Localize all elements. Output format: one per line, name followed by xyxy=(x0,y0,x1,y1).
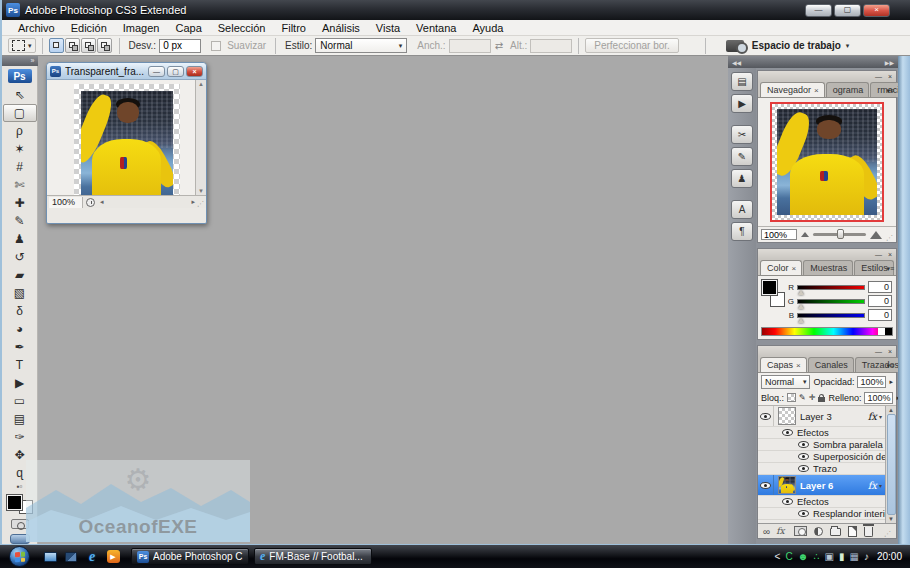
foreground-color-swatch[interactable] xyxy=(7,495,22,510)
navigator-view-box[interactable] xyxy=(770,102,884,222)
menu-edición[interactable]: Edición xyxy=(63,22,115,34)
scroll-left-icon[interactable]: ◂ xyxy=(100,198,104,206)
workspace-menu[interactable]: Espacio de trabajo ▾ xyxy=(752,40,849,51)
antialias-checkbox[interactable] xyxy=(211,41,221,51)
scroll-up-icon[interactable]: ▲ xyxy=(196,81,206,87)
tab-color[interactable]: Color× xyxy=(760,260,802,275)
panel-close-icon[interactable]: × xyxy=(888,348,892,355)
slider-thumb-icon[interactable] xyxy=(798,290,804,295)
opacity-input[interactable]: 100% xyxy=(857,376,886,388)
title-bar[interactable]: Ps Adobe Photoshop CS3 Extended — ▢ × xyxy=(2,0,910,20)
zoom-in-icon[interactable] xyxy=(870,231,882,239)
gradient-tool[interactable]: ▧ xyxy=(3,284,37,302)
eraser-tool[interactable]: ▰ xyxy=(3,266,37,284)
internet-explorer-button[interactable]: e xyxy=(84,549,100,564)
tab-navegador[interactable]: Navegador× xyxy=(760,82,825,97)
scroll-up-icon[interactable]: ▲ xyxy=(888,407,894,413)
menu-capa[interactable]: Capa xyxy=(167,22,209,34)
menu-archivo[interactable]: Archivo xyxy=(10,22,63,34)
type-tool[interactable]: T xyxy=(3,356,37,374)
effect-row[interactable]: Superposición de degr... xyxy=(758,451,885,463)
menu-análisis[interactable]: Análisis xyxy=(314,22,368,34)
zoom-tool[interactable]: ɋ xyxy=(3,464,37,482)
new-layer-icon[interactable] xyxy=(848,526,857,537)
zoom-level[interactable]: 100% xyxy=(49,197,83,208)
layer-row[interactable]: Layer 6fx▾ xyxy=(758,475,885,496)
lock-transparency-icon[interactable] xyxy=(787,393,796,403)
slice-tool[interactable]: ✄ xyxy=(3,176,37,194)
ps-logo-button[interactable]: Ps xyxy=(8,69,32,83)
start-button[interactable] xyxy=(9,546,30,567)
scroll-down-icon[interactable]: ▼ xyxy=(196,188,206,194)
scroll-right-icon[interactable]: ▸ xyxy=(191,198,195,206)
tab-histograma[interactable]: ograma xyxy=(826,82,870,97)
close-button[interactable]: × xyxy=(863,4,890,17)
history-brush-tool[interactable]: ↺ xyxy=(3,248,37,266)
tray-activity-icon[interactable]: ∴ xyxy=(813,552,819,562)
layer-visibility-toggle[interactable] xyxy=(796,439,810,450)
foreground-color-swatch[interactable] xyxy=(762,280,777,295)
zoom-out-icon[interactable] xyxy=(801,232,809,237)
maximize-button[interactable]: ▢ xyxy=(834,4,861,17)
document-title-bar[interactable]: Ps Transparent_fra... — ▢ × xyxy=(47,63,206,80)
vertical-scrollbar[interactable]: ▲▼ xyxy=(195,80,206,195)
effect-row[interactable]: Trazo xyxy=(758,463,885,475)
effect-row[interactable]: Efectos xyxy=(758,496,885,508)
effect-row[interactable]: Resplandor interior xyxy=(758,508,885,520)
channel-B-value[interactable]: 0 xyxy=(868,309,892,321)
tray-user-icon[interactable]: ☻ xyxy=(798,552,809,562)
document-close-button[interactable]: × xyxy=(186,66,203,77)
menu-filtro[interactable]: Filtro xyxy=(273,22,313,34)
menu-vista[interactable]: Vista xyxy=(368,22,408,34)
channel-R-value[interactable]: 0 xyxy=(868,281,892,293)
taskbar-button-browser[interactable]: eFM-Base // Footbal... xyxy=(254,548,372,565)
bridge-icon[interactable] xyxy=(726,40,744,52)
opacity-spinner-icon[interactable]: ▸ xyxy=(889,378,893,386)
taskbar-button-photoshop[interactable]: PsAdobe Photoshop C... xyxy=(131,548,249,565)
navigator-zoom-slider[interactable] xyxy=(813,233,866,236)
layer-style-fx-icon[interactable]: fx xyxy=(868,411,877,422)
tab-capas[interactable]: Capas× xyxy=(760,357,807,372)
tray-expand-icon[interactable]: < xyxy=(775,552,781,562)
fill-input[interactable]: 100% xyxy=(864,392,893,404)
default-colors-icon[interactable]: ▪▫ xyxy=(17,482,23,491)
tray-app-icon[interactable]: C xyxy=(785,552,792,562)
clone-stamp-tool[interactable]: ♟ xyxy=(3,230,37,248)
tray-network-icon[interactable]: ▦ xyxy=(850,552,859,562)
current-tool-preview[interactable]: ▾ xyxy=(8,38,36,53)
minimize-button[interactable]: — xyxy=(805,4,832,17)
layer-comps-panel-button[interactable]: ▤ xyxy=(731,72,753,91)
layer-row[interactable]: Layer 3fx▾ xyxy=(758,406,885,427)
new-selection-mode-button[interactable] xyxy=(49,38,64,53)
resize-grip-icon[interactable]: ⋰ xyxy=(884,530,891,538)
subtract-selection-mode-button[interactable] xyxy=(81,38,96,53)
canvas-area[interactable]: Ps Transparent_fra... — ▢ × xyxy=(38,56,728,544)
tool-presets-panel-button[interactable]: ✂ xyxy=(731,125,753,144)
tab-close-icon[interactable]: × xyxy=(792,264,797,273)
add-layer-mask-icon[interactable] xyxy=(794,526,807,536)
layer-visibility-toggle[interactable] xyxy=(758,406,774,426)
layer-visibility-toggle[interactable] xyxy=(796,508,810,519)
delete-layer-icon[interactable] xyxy=(864,525,873,537)
quick-mask-button[interactable] xyxy=(11,519,29,528)
intersect-selection-mode-button[interactable] xyxy=(97,38,112,53)
dock-collapse-bar[interactable]: ◀◀ ▶▶ xyxy=(728,56,898,68)
menu-ayuda[interactable]: Ayuda xyxy=(464,22,511,34)
layer-visibility-toggle[interactable] xyxy=(780,427,794,438)
collapse-left-icon[interactable]: ◀◀ xyxy=(732,59,741,66)
panel-minimize-icon[interactable]: — xyxy=(875,73,882,80)
feather-input[interactable] xyxy=(159,39,201,53)
panel-minimize-icon[interactable]: — xyxy=(875,251,882,258)
paragraph-panel-button[interactable]: ¶ xyxy=(731,222,753,241)
switch-windows-button[interactable] xyxy=(63,549,79,564)
actions-panel-button[interactable]: ▶ xyxy=(731,94,753,113)
scroll-down-icon[interactable]: ▼ xyxy=(888,516,894,522)
layer-visibility-toggle[interactable] xyxy=(780,496,794,507)
document-window[interactable]: Ps Transparent_fra... — ▢ × xyxy=(46,62,207,224)
shape-tool[interactable]: ▭ xyxy=(3,392,37,410)
clone-source-panel-button[interactable]: ♟ xyxy=(731,169,753,188)
brushes-panel-button[interactable]: ✎ xyxy=(731,147,753,166)
character-panel-button[interactable]: A xyxy=(731,200,753,219)
tab-close-icon[interactable]: × xyxy=(796,361,801,370)
document-minimize-button[interactable]: — xyxy=(148,66,165,77)
